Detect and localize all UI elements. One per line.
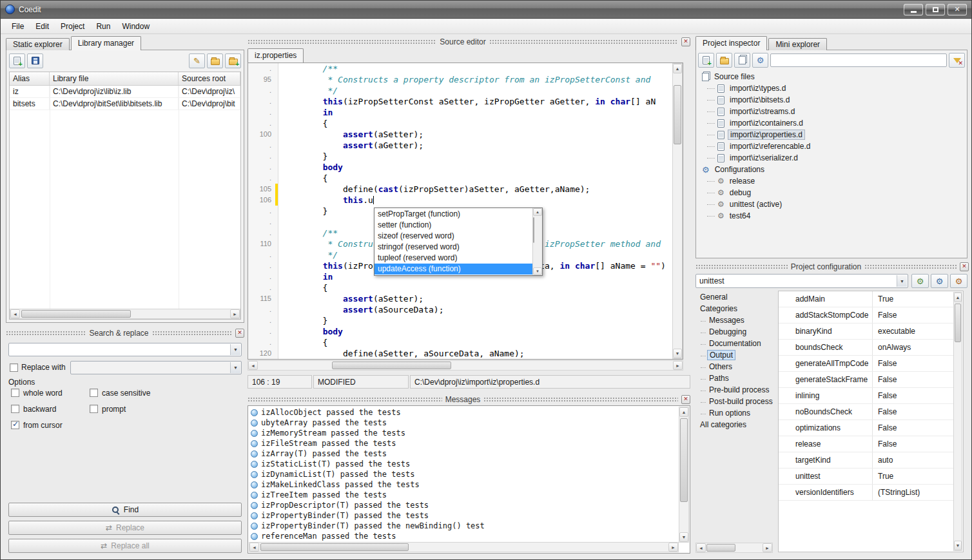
option-backward[interactable]: backward: [11, 405, 90, 415]
replace-with-checkbox[interactable]: [10, 363, 18, 372]
case-sensitive-checkbox[interactable]: [90, 389, 98, 397]
tree-node-import-iz-properties-d[interactable]: import\iz\properties.d: [698, 129, 965, 140]
tools-button[interactable]: ⚙: [752, 53, 768, 68]
message-item[interactable]: izPropertyBinder(T) passed the tests: [249, 510, 679, 521]
category-documentation[interactable]: Documentation: [695, 338, 777, 350]
tree-node-release[interactable]: ⚙release: [698, 175, 965, 187]
completion-item[interactable]: stringof (reserved word): [374, 242, 532, 253]
code-line[interactable]: . assert(aGetter);: [248, 140, 672, 151]
completion-item[interactable]: setPropTarget (function): [374, 209, 532, 220]
code-line[interactable]: 120 define(aSetter, aSourceData, aName);: [248, 348, 672, 359]
code-line[interactable]: . {: [248, 118, 672, 129]
maximize-button[interactable]: [926, 4, 945, 15]
property-value[interactable]: False: [873, 404, 953, 420]
code-line[interactable]: . */: [248, 85, 672, 96]
property-row[interactable]: generateStackFrameFalse: [779, 372, 953, 388]
property-row[interactable]: optimizationsFalse: [779, 420, 953, 436]
minimize-button[interactable]: [904, 4, 923, 15]
category-output[interactable]: Output: [695, 350, 777, 362]
code-line[interactable]: . }: [248, 315, 672, 326]
chevron-down-icon[interactable]: ▼: [230, 344, 240, 355]
tree-node-import-iz-serializer-d[interactable]: import\iz\serializer.d: [698, 152, 965, 164]
category-debugging[interactable]: Debugging: [695, 327, 777, 338]
source-editor-header[interactable]: Source editor ✕: [248, 37, 690, 46]
messages-vertical-scrollbar[interactable]: ▲ ▼: [679, 407, 689, 543]
scroll-down-arrow[interactable]: ▼: [533, 267, 542, 275]
tab-mini-explorer[interactable]: Mini explorer: [768, 38, 827, 50]
menu-run[interactable]: Run: [90, 20, 116, 33]
tab-iz-properties[interactable]: iz.properties: [248, 48, 304, 63]
tree-node-import-iz-streams-d[interactable]: import\iz\streams.d: [698, 106, 965, 117]
scroll-left-arrow[interactable]: ◄: [249, 543, 259, 552]
code-line[interactable]: . {: [248, 173, 672, 184]
column-header-library-file[interactable]: Library file: [50, 72, 179, 85]
message-item[interactable]: izPropertyBinder(T) passed the newBindin…: [249, 521, 679, 531]
search-replace-header[interactable]: Search & replace ✕: [6, 328, 244, 338]
category-all-categories[interactable]: All categories: [695, 420, 777, 431]
category-categories[interactable]: Categories: [695, 304, 777, 315]
replace-all-button[interactable]: ⇄Replace all: [8, 539, 242, 553]
code-line[interactable]: 95 * Constructs a property descriptor fr…: [248, 74, 672, 85]
menu-project[interactable]: Project: [55, 20, 90, 33]
messages-horizontal-scrollbar[interactable]: ◄ ►: [249, 542, 679, 552]
find-button[interactable]: Find: [8, 503, 242, 517]
message-item[interactable]: izFileStream passed the tests: [249, 438, 679, 449]
grid-vertical-scrollbar[interactable]: ▲ ▼: [953, 292, 962, 551]
code-line[interactable]: . {: [248, 337, 672, 348]
edit-library-button[interactable]: ✎: [189, 53, 205, 68]
scroll-right-arrow[interactable]: ►: [230, 309, 240, 318]
property-value[interactable]: executable: [873, 323, 953, 339]
property-row[interactable]: releaseFalse: [779, 436, 953, 452]
clone-configuration-button[interactable]: ⚙: [931, 274, 948, 288]
menu-window[interactable]: Window: [116, 20, 155, 33]
chevron-down-icon[interactable]: ▼: [230, 362, 240, 373]
scrollbar-thumb[interactable]: [706, 544, 735, 552]
message-item[interactable]: izMemoryStream passed the tests: [249, 428, 679, 438]
column-header-alias[interactable]: Alias: [10, 72, 50, 85]
messages-header[interactable]: Messages ✕: [248, 394, 690, 404]
close-messages-button[interactable]: ✕: [681, 395, 690, 404]
tree-node-import-iz-referencable-d[interactable]: import\iz\referencable.d: [698, 140, 965, 152]
category-paths[interactable]: Paths: [695, 373, 777, 385]
property-row[interactable]: boundsCheckonAlways: [779, 340, 953, 356]
close-button[interactable]: ✕: [948, 4, 967, 15]
column-header-sources-root[interactable]: Sources root: [179, 72, 240, 85]
message-item[interactable]: izPropDescriptor(T) passed the tests: [249, 500, 679, 510]
completion-item[interactable]: updateAccess (function): [374, 264, 532, 275]
scroll-right-arrow[interactable]: ►: [763, 543, 772, 552]
code-area[interactable]: . /**95 * Constructs a property descript…: [248, 63, 672, 359]
option-from-cursor[interactable]: from cursor: [11, 421, 90, 431]
property-row[interactable]: inliningFalse: [779, 388, 953, 404]
tree-node-test64[interactable]: ⚙test64: [698, 210, 965, 222]
scrollbar-thumb[interactable]: [680, 418, 688, 502]
category-run-options[interactable]: Run options: [695, 408, 777, 420]
scroll-left-arrow[interactable]: ◄: [10, 309, 20, 318]
completion-item[interactable]: tupleof (reserved word): [374, 253, 532, 264]
message-item[interactable]: izTreeItem passed the tests: [249, 490, 679, 500]
scroll-right-arrow[interactable]: ►: [673, 361, 683, 370]
property-value[interactable]: False: [873, 307, 953, 323]
code-editor[interactable]: . /**95 * Constructs a property descript…: [248, 63, 683, 360]
menu-file[interactable]: File: [6, 20, 30, 33]
message-item[interactable]: referenceMan passed the tests: [249, 531, 679, 541]
property-value[interactable]: False: [873, 436, 953, 452]
property-value[interactable]: (TStringList): [873, 485, 953, 500]
property-value[interactable]: False: [873, 388, 953, 403]
completion-scrollbar[interactable]: ▲ ▼: [532, 208, 542, 275]
tab-static-explorer[interactable]: Static explorer: [6, 38, 70, 50]
add-source-button[interactable]: +: [698, 53, 714, 68]
from-cursor-checkbox[interactable]: [11, 421, 19, 429]
code-line[interactable]: 105 define(cast(izPropSetter)aSetter, aG…: [248, 184, 672, 195]
code-line[interactable]: . {: [248, 282, 672, 293]
replace-term-combobox[interactable]: ▼: [70, 361, 242, 374]
remove-configuration-button[interactable]: ⚙: [950, 274, 967, 288]
categories-horizontal-scrollbar[interactable]: ◄ ►: [695, 543, 773, 553]
message-item[interactable]: izMakeLinkedClass passed the tests: [249, 479, 679, 490]
tree-node-unittest-active[interactable]: ⚙unittest (active): [698, 198, 965, 210]
scroll-up-arrow[interactable]: ▲: [533, 208, 542, 216]
scroll-down-arrow[interactable]: ▼: [954, 541, 962, 550]
message-item[interactable]: izAllocObject passed the tests: [249, 407, 679, 418]
completion-item[interactable]: sizeof (reserved word): [374, 231, 532, 242]
code-line[interactable]: . this(izPropSetterConst aSetter, izProp…: [248, 96, 672, 107]
category-general[interactable]: General: [695, 292, 777, 304]
